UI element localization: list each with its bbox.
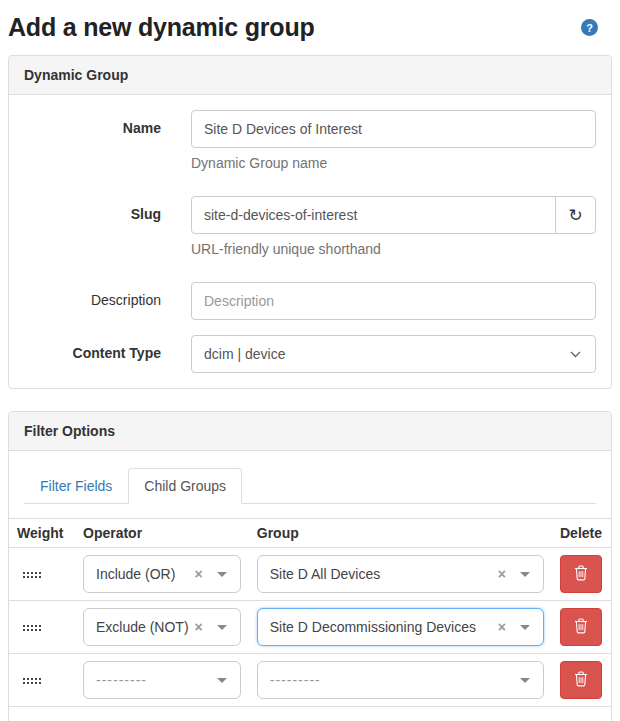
filter-options-panel-title: Filter Options	[9, 412, 611, 451]
drag-handle-icon[interactable]	[23, 678, 41, 685]
column-header-operator: Operator	[75, 519, 249, 548]
operator-value: Exclude (NOT)	[96, 619, 189, 635]
page: Add a new dynamic group ? Dynamic Group …	[0, 13, 620, 721]
drag-handle-icon[interactable]	[23, 625, 41, 632]
clear-icon[interactable]: ×	[195, 620, 203, 634]
content-type-select[interactable]: dcim | device	[191, 335, 596, 373]
delete-row-button[interactable]	[560, 661, 602, 699]
name-help-text: Dynamic Group name	[191, 155, 596, 171]
clear-icon[interactable]: ×	[195, 567, 203, 581]
dynamic-group-panel-body: Name Dynamic Group name Slug ↻ URL-frien…	[9, 95, 611, 388]
column-header-delete: Delete	[552, 519, 611, 548]
group-value: ---------	[270, 672, 520, 688]
dropdown-arrow-icon	[217, 678, 227, 683]
table-row: Exclude (NOT) × Site D Decommissioning D…	[9, 601, 611, 654]
group-select[interactable]: ---------	[257, 661, 544, 699]
column-header-group: Group	[249, 519, 552, 548]
slug-label: Slug	[24, 196, 161, 222]
content-type-value: dcim | device	[204, 346, 570, 362]
operator-value: Include (OR)	[96, 566, 189, 582]
description-label: Description	[24, 282, 161, 308]
operator-select[interactable]: Exclude (NOT) ×	[83, 608, 241, 646]
filter-options-panel-body: Filter Fields Child Groups Weight Operat…	[9, 451, 611, 721]
page-title: Add a new dynamic group	[8, 13, 315, 42]
panel-bottom-spacer	[24, 707, 596, 721]
chevron-down-icon	[570, 351, 581, 358]
slug-help-text: URL-friendly unique shorthand	[191, 241, 596, 257]
delete-row-button[interactable]	[560, 555, 602, 593]
slug-regenerate-button[interactable]: ↻	[555, 196, 596, 234]
trash-icon	[574, 618, 588, 637]
drag-handle-icon[interactable]	[23, 572, 41, 579]
group-select[interactable]: Site D Decommissioning Devices ×	[257, 608, 544, 646]
group-select[interactable]: Site D All Devices ×	[257, 555, 544, 593]
dropdown-arrow-icon	[217, 572, 227, 577]
dynamic-group-panel: Dynamic Group Name Dynamic Group name Sl…	[8, 55, 612, 389]
operator-select[interactable]: ---------	[83, 661, 241, 699]
group-value: Site D Decommissioning Devices	[270, 619, 492, 635]
dynamic-group-panel-title: Dynamic Group	[9, 56, 611, 95]
slug-input[interactable]	[191, 196, 556, 234]
page-header: Add a new dynamic group ?	[8, 13, 612, 42]
trash-icon	[574, 565, 588, 584]
name-input[interactable]	[191, 110, 596, 148]
dropdown-arrow-icon	[217, 625, 227, 630]
group-value: Site D All Devices	[270, 566, 492, 582]
filter-tabs: Filter Fields Child Groups	[24, 468, 596, 504]
content-type-field-row: Content Type dcim | device	[24, 335, 596, 373]
dropdown-arrow-icon	[520, 625, 530, 630]
name-label: Name	[24, 110, 161, 136]
table-header-row: Weight Operator Group Delete	[9, 519, 611, 548]
child-groups-table: Weight Operator Group Delete Include (OR…	[9, 518, 611, 707]
tab-filter-fields[interactable]: Filter Fields	[24, 468, 128, 504]
tab-child-groups[interactable]: Child Groups	[128, 468, 242, 504]
table-row: --------- ---------	[9, 654, 611, 707]
slug-field-row: Slug ↻ URL-friendly unique shorthand	[24, 196, 596, 267]
content-type-label: Content Type	[24, 335, 161, 361]
table-row: Include (OR) × Site D All Devices ×	[9, 548, 611, 601]
trash-icon	[574, 671, 588, 690]
delete-row-button[interactable]	[560, 608, 602, 646]
help-icon[interactable]: ?	[581, 19, 598, 36]
clear-icon[interactable]: ×	[498, 620, 506, 634]
dropdown-arrow-icon	[520, 572, 530, 577]
operator-select[interactable]: Include (OR) ×	[83, 555, 241, 593]
description-input[interactable]	[191, 282, 596, 320]
refresh-icon: ↻	[569, 207, 583, 224]
description-field-row: Description	[24, 282, 596, 320]
name-field-row: Name Dynamic Group name	[24, 110, 596, 181]
clear-icon[interactable]: ×	[498, 567, 506, 581]
operator-value: ---------	[96, 672, 217, 688]
filter-options-panel: Filter Options Filter Fields Child Group…	[8, 411, 612, 721]
dropdown-arrow-icon	[520, 678, 530, 683]
column-header-weight: Weight	[9, 519, 75, 548]
